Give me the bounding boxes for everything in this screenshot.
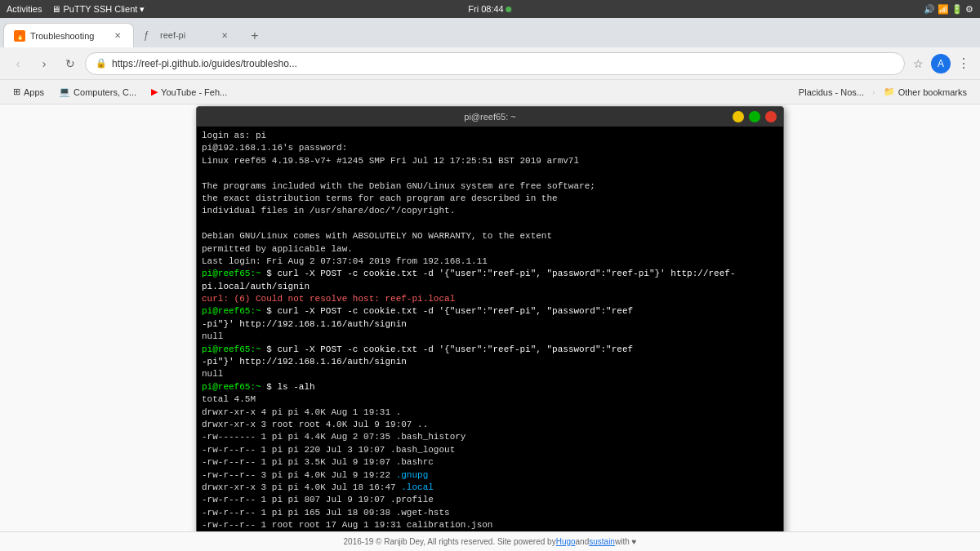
nav-bar: ‹ › ↻ 🔒 https://reef-pi.github.io/guides…: [0, 47, 980, 80]
apps-icon: ⊞: [13, 87, 20, 97]
bookmarks-bar: ⊞ Apps 💻 Computers, C... ▶ YouTube - Feh…: [0, 80, 980, 104]
os-topbar-center: Fri 08:44: [468, 4, 511, 14]
hugo-link[interactable]: Hugo: [556, 537, 576, 546]
tab-reef-pi[interactable]: ƒ reef-pi ✕: [134, 23, 240, 47]
browser-content: pi@reef65: ~ login as: pi pi@192.168.1.1…: [0, 104, 980, 551]
terminal-line: [202, 167, 778, 180]
terminal-line: drwxr-xr-x 4 pi pi 4.0K Aug 1 19:31 .: [202, 407, 778, 419]
terminal-line: -rw-r--r-- 1 pi pi 220 Jul 3 19:07 .bash…: [202, 444, 778, 456]
putty-icon: 🖥: [51, 4, 63, 14]
tab-favicon-troubleshooting: 🔥: [14, 30, 25, 42]
tab-close-reef-pi[interactable]: ✕: [219, 29, 230, 41]
back-button[interactable]: ‹: [7, 52, 29, 75]
terminal-line: The programs included with the Debian GN…: [202, 180, 778, 193]
terminal-line: -rw-r--r-- 1 root root 17 Aug 1 19:31 ca…: [202, 519, 778, 531]
bookmark-youtube-label: YouTube - Feh...: [161, 87, 227, 97]
new-tab-button[interactable]: +: [243, 24, 266, 47]
terminal-line: -rw-r--r-- 3 pi pi 4.0K Jul 9 19:22 .gnu…: [202, 469, 778, 482]
bookmark-other-label: Other bookmarks: [898, 87, 967, 97]
terminal-maximize[interactable]: [749, 111, 760, 122]
tab-troubleshooting[interactable]: 🔥 Troubleshooting ✕: [3, 23, 134, 47]
terminal-title: pi@reef65: ~: [464, 112, 515, 122]
terminal-line: null: [202, 368, 778, 380]
folder-icon: 📁: [884, 87, 895, 97]
terminal-line: the exact distribution terms for each pr…: [202, 193, 778, 205]
address-text: https://reef-pi.github.io/guides/trouble…: [112, 58, 894, 69]
bookmark-youtube[interactable]: ▶ YouTube - Feh...: [145, 85, 234, 99]
terminal-line: pi@192.168.1.16's password:: [202, 142, 778, 154]
footer-end: with ♥: [615, 537, 637, 546]
bookmark-other[interactable]: 📁 Other bookmarks: [877, 85, 973, 99]
terminal-line: drwxr-xr-x 3 root root 4.0K Jul 9 19:07 …: [202, 419, 778, 431]
terminal-line: individual files in /usr/share/doc/*/cop…: [202, 205, 778, 217]
putty-label[interactable]: 🖥 PuTTY SSH Client ▾: [51, 4, 145, 15]
terminal-line: curl: (6) Could not resolve host: reef-p…: [202, 293, 778, 305]
terminal-close[interactable]: [765, 111, 777, 122]
terminal-titlebar: pi@reef65: ~: [197, 107, 783, 127]
terminal-body[interactable]: login as: pi pi@192.168.1.16's password:…: [197, 127, 783, 550]
reload-button[interactable]: ↻: [59, 52, 82, 75]
page-footer: 2016-19 © Ranjib Dey, All rights reserve…: [0, 531, 980, 551]
terminal-line: pi@reef65:~ $ curl -X POST -c cookie.txt…: [202, 344, 778, 356]
browser-menu-button[interactable]: ⋮: [954, 54, 973, 73]
youtube-icon: ▶: [151, 87, 158, 97]
computers-icon: 💻: [59, 87, 70, 97]
activities-label[interactable]: Activities: [7, 4, 42, 15]
tab-close-troubleshooting[interactable]: ✕: [112, 30, 123, 42]
bookmark-apps-label: Apps: [24, 87, 44, 97]
terminal-line: pi@reef65:~ $ curl -X POST -c cookie.txt…: [202, 305, 778, 318]
terminal-line: -rw-r--r-- 1 pi pi 3.5K Jul 9 19:07 .bas…: [202, 456, 778, 469]
terminal-minimize[interactable]: [733, 111, 744, 122]
tab-title-troubleshooting: Troubleshooting: [30, 31, 107, 41]
bookmark-star[interactable]: ☆: [908, 57, 928, 70]
terminal-line: -pi"}' http://192.168.1.16/auth/signin: [202, 318, 778, 331]
terminal-line: pi@reef65:~ $ curl -X POST -c cookie.txt…: [202, 268, 778, 293]
bookmarks-separator: ›: [872, 87, 875, 97]
os-topbar: Activities 🖥 PuTTY SSH Client ▾ Fri 08:4…: [0, 0, 980, 18]
bookmark-apps[interactable]: ⊞ Apps: [7, 85, 51, 99]
terminal-line: -rw-r--r-- 1 pi pi 807 Jul 9 19:07 .prof…: [202, 494, 778, 506]
profile-avatar[interactable]: A: [931, 54, 951, 73]
terminal-line: Linux reef65 4.19.58-v7+ #1245 SMP Fri J…: [202, 155, 778, 167]
clock: Fri 08:44: [468, 4, 503, 14]
terminal-line: -pi"}' http://192.168.1.16/auth/signin: [202, 356, 778, 368]
terminal-controls: [733, 111, 777, 122]
forward-button[interactable]: ›: [33, 52, 56, 75]
terminal-line: [202, 218, 778, 230]
bookmark-placidus-label: Placidus - Nos...: [799, 87, 864, 97]
tab-title-reef-pi: reef-pi: [160, 30, 214, 40]
address-bar[interactable]: 🔒 https://reef-pi.github.io/guides/troub…: [85, 52, 905, 75]
terminal-line: permitted by applicable law.: [202, 243, 778, 256]
tab-bar: 🔥 Troubleshooting ✕ ƒ reef-pi ✕ +: [0, 18, 980, 47]
browser-window: 🔥 Troubleshooting ✕ ƒ reef-pi ✕ + ‹ › ↻ …: [0, 18, 980, 551]
bookmark-placidus[interactable]: Placidus - Nos...: [792, 86, 871, 99]
terminal-line: login as: pi: [202, 130, 778, 142]
terminal-line: Last login: Fri Aug 2 07:37:04 2019 from…: [202, 256, 778, 268]
nav-right: ☆ A ⋮: [908, 54, 973, 73]
terminal-line: Debian GNU/Linux comes with ABSOLUTELY N…: [202, 230, 778, 242]
os-topbar-right: 🔊 📶 🔋 ⚙: [924, 4, 973, 15]
terminal-window: pi@reef65: ~ login as: pi pi@192.168.1.1…: [196, 106, 784, 551]
bookmark-computers-label: Computers, C...: [74, 87, 136, 97]
bookmark-computers[interactable]: 💻 Computers, C...: [52, 85, 143, 99]
tab-favicon-reef-pi: ƒ: [144, 29, 155, 41]
footer-and: and: [576, 537, 590, 546]
terminal-area: pi@reef65: ~ login as: pi pi@192.168.1.1…: [0, 104, 980, 551]
terminal-line: -rw------- 1 pi pi 4.4K Aug 2 07:35 .bas…: [202, 431, 778, 443]
terminal-line: drwxr-xr-x 3 pi pi 4.0K Jul 18 16:47 .lo…: [202, 482, 778, 494]
system-tray: 🔊 📶 🔋 ⚙: [924, 4, 973, 15]
terminal-line: -rw-r--r-- 1 pi pi 165 Jul 18 09:38 .wge…: [202, 507, 778, 519]
terminal-line: null: [202, 331, 778, 343]
network-dot: [506, 7, 512, 12]
lock-icon: 🔒: [96, 58, 107, 69]
os-topbar-left: Activities 🖥 PuTTY SSH Client ▾: [7, 4, 145, 15]
putty-dropdown-icon: ▾: [140, 4, 145, 14]
terminal-line: pi@reef65:~ $ ls -alh: [202, 381, 778, 393]
footer-text: 2016-19 © Ranjib Dey, All rights reserve…: [344, 537, 556, 546]
terminal-line: total 4.5M: [202, 393, 778, 406]
sustain-link[interactable]: sustain: [589, 537, 615, 546]
